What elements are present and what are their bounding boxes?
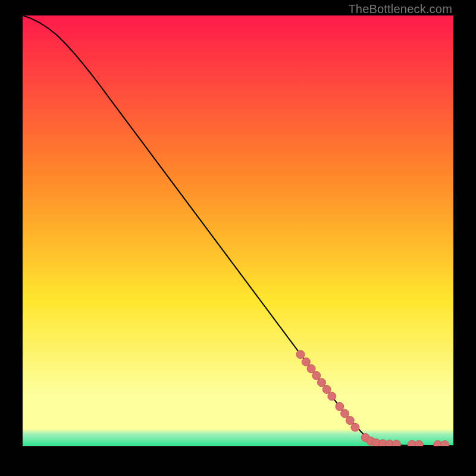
- data-marker: [317, 378, 325, 387]
- data-marker: [296, 350, 305, 359]
- data-marker: [392, 440, 400, 446]
- data-marker: [312, 371, 321, 380]
- data-marker: [307, 365, 315, 373]
- chart-frame: TheBottleneck.com: [0, 0, 476, 476]
- data-marker: [441, 441, 449, 446]
- plot-area: [23, 15, 453, 446]
- watermark-text: TheBottleneck.com: [348, 2, 452, 16]
- data-marker: [302, 358, 310, 366]
- gradient-background: [23, 15, 453, 446]
- data-marker: [351, 423, 359, 431]
- chart-svg: [23, 15, 453, 446]
- data-marker: [322, 385, 331, 393]
- data-marker: [341, 409, 349, 418]
- data-marker: [336, 402, 344, 411]
- data-marker: [415, 440, 423, 446]
- data-marker: [328, 392, 336, 400]
- data-marker: [346, 416, 354, 425]
